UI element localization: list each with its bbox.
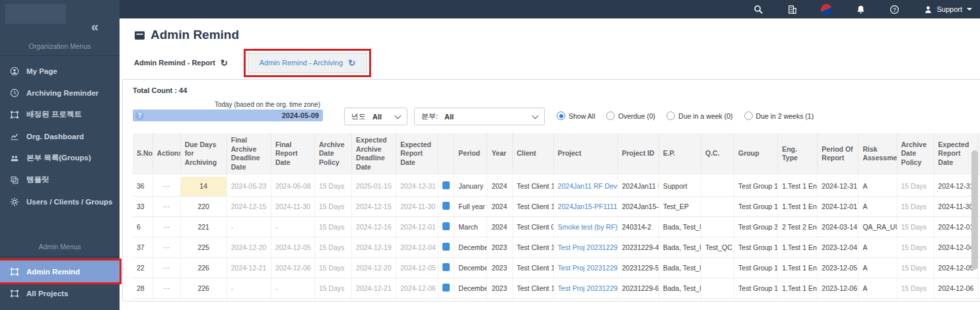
col-header-client: Client (512, 133, 553, 175)
radio-dot (606, 111, 615, 120)
chevron-down-icon (967, 8, 972, 11)
sidebar-item-admin-remind[interactable]: Admin Remind (0, 261, 120, 282)
project-link[interactable]: Test Proj 20231229-5 (558, 264, 618, 272)
cell-policy2: 15 Days (897, 298, 934, 301)
help-circle-icon[interactable]: ? (135, 111, 144, 120)
cell-group: Test Group 1 (734, 298, 778, 301)
organization-icon[interactable] (787, 5, 797, 15)
sidebar-item-org-dashboard[interactable]: Org. Dashboard (0, 125, 120, 147)
row-actions-button[interactable]: ··· (163, 284, 170, 292)
sidebar-item-my-page[interactable]: My Page (0, 60, 120, 82)
search-icon[interactable] (753, 5, 763, 15)
app-logo (5, 4, 66, 24)
cell-period: January (454, 175, 487, 196)
radio-label: Overdue (0) (618, 112, 655, 120)
sidebar-item-label: All Projects (26, 290, 68, 297)
svg-text:?: ? (893, 6, 897, 13)
tab-admin-remind-archiving[interactable]: Admin Remind - Archiving↻ (248, 53, 367, 73)
sidebar-item-label: Archiving Reminder (26, 89, 98, 97)
cell-project: Test Proj 20231229-4 (553, 237, 617, 257)
cell-eng: 1.Test 1 Eng (778, 237, 818, 257)
tab-label: Admin Remind - Report (134, 59, 215, 67)
col-header-group: Group (734, 133, 778, 175)
cell-risk: A (858, 175, 897, 196)
department-select[interactable]: 본부: All (414, 108, 545, 125)
cell-risk: A (858, 237, 897, 257)
sidebar-item-label: My Page (26, 67, 57, 75)
user-menu[interactable]: Support (923, 5, 972, 15)
radio-due-in-2-weeks-1-[interactable]: Due in 2 weeks (1) (744, 111, 814, 120)
year-select[interactable]: 년도 All (344, 108, 407, 125)
cell-flag (438, 196, 454, 216)
sidebar-item-archiving-reminder[interactable]: Archiving Reminder (0, 82, 120, 104)
sidebar-item-배정된-프로젝트[interactable]: 배정된 프로젝트 (0, 104, 120, 125)
cell-exp_rep2: 2024-12-06 (934, 278, 977, 298)
cell-period_rep: 2024-12-31 (818, 175, 858, 196)
row-actions-button[interactable]: ··· (163, 264, 170, 272)
cell-project_id: 2024Jan15-F (617, 196, 658, 216)
cell-sno: 37 (133, 237, 153, 257)
project-link[interactable]: 2024Jan11 RF DevE (558, 182, 618, 190)
cell-qc (701, 196, 734, 216)
page-title: Admin Remind (120, 18, 980, 42)
col-header-ep: E.P. (658, 133, 701, 175)
row-actions-button[interactable]: ··· (163, 243, 170, 251)
sidebar-item-all-projects[interactable]: All Projects (0, 282, 120, 304)
cell-year: 2023 (487, 278, 512, 298)
cell-exp_rep: 2024-12-06 (396, 278, 438, 298)
col-header-sno: S.No (133, 133, 153, 175)
cell-year: 2024 (487, 216, 512, 237)
notifications-icon[interactable] (856, 5, 866, 15)
cell-exp_dl: 202 (977, 278, 980, 298)
cell-risk: QA_RA_UUI (858, 216, 897, 237)
archive-box-icon (134, 30, 145, 41)
project-link[interactable]: Test Proj 20231229-4 (558, 243, 618, 251)
radio-overdue-0-[interactable]: Overdue (0) (606, 111, 655, 120)
cell-due: 220 (180, 196, 227, 216)
row-actions-button[interactable]: ··· (163, 202, 170, 210)
cell-project_id: 20231229-6- (617, 278, 658, 298)
row-actions-button[interactable]: ··· (163, 182, 170, 190)
sidebar-item-label: 템플릿 (26, 175, 50, 185)
person-circle-icon (10, 67, 19, 76)
col-header-policy: Archive Date Policy (314, 133, 351, 175)
cell-actions: ··· (153, 196, 180, 216)
user-menu-label: Support (936, 5, 962, 13)
radio-due-in-a-week-0-[interactable]: Due in a week (0) (666, 111, 732, 120)
sidebar-item-users-clients-groups[interactable]: Users / Clients / Groups (0, 191, 120, 212)
cell-ep: Bada, Test_E (658, 257, 701, 278)
cell-client: Test Client 1 (512, 237, 553, 257)
today-label: Today (based on the org. time zone) (133, 101, 323, 108)
cell-ep: Test_EP (658, 196, 701, 216)
cell-sno: 28 (133, 278, 153, 298)
project-link[interactable]: Test Proj 20231229-6 (558, 284, 618, 292)
refresh-icon[interactable]: ↻ (221, 58, 228, 68)
sidebar-item-본부-목록-groups-[interactable]: 본부 목록(Groups) (0, 147, 120, 169)
cell-due: 14 (180, 175, 227, 196)
cell-risk: A (858, 257, 897, 278)
col-header-due: Due Days for Archiving (180, 133, 227, 175)
table-row: 28···226--15 Days2024-12-212024-12-06Dec… (133, 278, 980, 298)
project-link[interactable]: Smoke test (by RF) (558, 223, 617, 231)
korea-flag-icon[interactable] (821, 4, 832, 15)
row-actions-button[interactable]: ··· (163, 223, 170, 231)
cell-risk: A (858, 196, 897, 216)
project-link[interactable]: 2024Jan15-PF1111 (558, 202, 617, 210)
collapse-sidebar-icon[interactable]: « (91, 20, 98, 33)
cell-year: 2023 (487, 237, 512, 257)
help-icon[interactable]: ? (890, 5, 899, 15)
cell-year: 2023 (487, 257, 512, 278)
vertical-scrollbar[interactable] (971, 150, 978, 270)
cell-final_rep: 2024-12-05 (271, 237, 314, 257)
table-row: 36···142024-05-232024-05-0815 Days2025-0… (133, 175, 980, 196)
cell-due: 226 (180, 257, 227, 278)
sidebar-section-label: Admin Menus (0, 239, 120, 256)
cell-qc (701, 257, 734, 278)
refresh-icon[interactable]: ↻ (348, 58, 355, 68)
cell-qc: Test_QC (701, 237, 734, 257)
sidebar-item-템플릿[interactable]: 템플릿 (0, 169, 120, 191)
cell-qc (701, 298, 734, 301)
tab-admin-remind-report[interactable]: Admin Remind - Report↻ (134, 58, 228, 68)
year-select-value: All (372, 113, 382, 121)
radio-show-all[interactable]: Show All (557, 111, 595, 120)
